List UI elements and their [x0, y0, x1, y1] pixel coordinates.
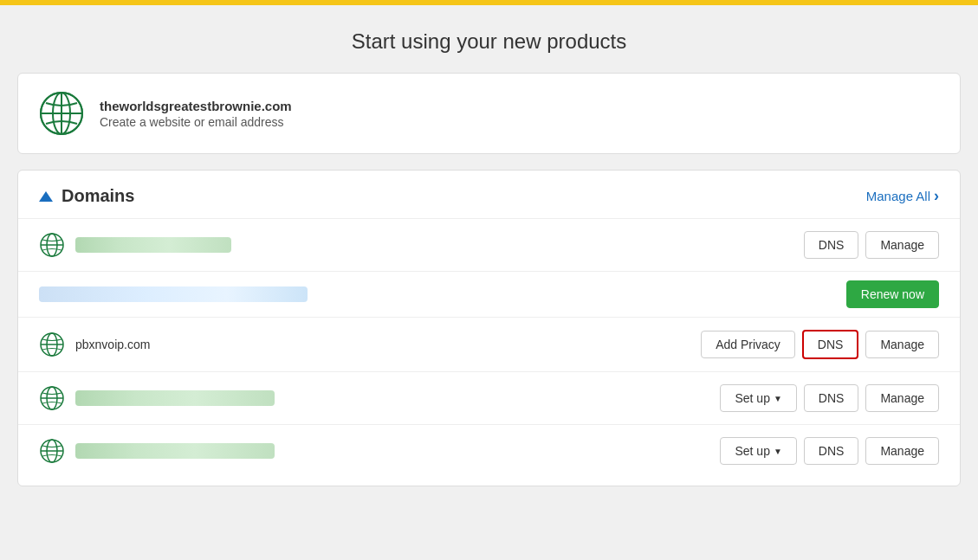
promo-text: theworldsgreatestbrownie.com Create a we…	[100, 99, 292, 129]
domain-icon-5	[39, 438, 65, 464]
manage-button-3[interactable]: Manage	[865, 331, 939, 358]
page-title: Start using your new products	[0, 5, 978, 73]
setup-button-5[interactable]: Set up ▼	[720, 437, 796, 465]
promo-card: theworldsgreatestbrownie.com Create a we…	[17, 73, 961, 154]
domain-name-blurred-4	[75, 390, 275, 406]
manage-button-5[interactable]: Manage	[865, 437, 939, 465]
manage-all-label: Manage All	[866, 189, 930, 203]
domain-row-1-left	[39, 232, 792, 258]
domain-row-3-left: pbxnvoip.com	[39, 331, 689, 357]
manage-all-link[interactable]: Manage All ›	[866, 187, 939, 205]
chevron-right-icon: ›	[934, 187, 939, 205]
domain-row-4-actions: Set up ▼ DNS Manage	[720, 384, 939, 412]
manage-button-1[interactable]: Manage	[865, 231, 939, 259]
setup-button-4[interactable]: Set up ▼	[720, 384, 796, 412]
domain-name-3: pbxnvoip.com	[75, 338, 150, 351]
domain-row-4: Set up ▼ DNS Manage	[18, 372, 960, 425]
domain-row-5-left	[39, 438, 708, 464]
promo-sub-text: Create a website or email address	[100, 115, 292, 129]
dns-button-4[interactable]: DNS	[804, 384, 859, 412]
dropdown-arrow-5: ▼	[774, 447, 782, 456]
domains-header: Domains Manage All ›	[18, 171, 960, 219]
domain-name-blurred-1	[75, 237, 231, 253]
domains-section: Domains Manage All › DNS Manage	[17, 170, 961, 486]
domain-icon-4	[39, 385, 65, 411]
dns-button-3-highlighted[interactable]: DNS	[802, 330, 859, 359]
domain-row-5: Set up ▼ DNS Manage	[18, 425, 960, 477]
domain-row-5-actions: Set up ▼ DNS Manage	[720, 437, 939, 465]
globe-icon	[39, 91, 84, 136]
renew-now-button[interactable]: Renew now	[846, 280, 939, 308]
domains-header-left: Domains	[39, 186, 134, 206]
domain-row-4-left	[39, 385, 708, 411]
collapse-icon[interactable]	[39, 191, 53, 202]
manage-button-4[interactable]: Manage	[865, 384, 939, 412]
domain-name-blurred-5	[75, 443, 275, 459]
dns-button-5[interactable]: DNS	[804, 437, 859, 465]
setup-label-4: Set up	[735, 391, 769, 405]
domain-row-1-actions: DNS Manage	[804, 231, 939, 259]
promo-domain-name: theworldsgreatestbrownie.com	[100, 99, 292, 113]
domain-row-3: pbxnvoip.com Add Privacy DNS Manage	[18, 318, 960, 372]
domain-icon-3	[39, 331, 65, 357]
domains-title: Domains	[62, 186, 134, 206]
domain-name-blurred-2	[39, 286, 308, 302]
dns-button-1[interactable]: DNS	[804, 231, 859, 259]
domain-row-3-actions: Add Privacy DNS Manage	[701, 330, 939, 359]
domain-row-2: Renew now	[18, 272, 960, 318]
dropdown-arrow-4: ▼	[774, 394, 782, 403]
add-privacy-button[interactable]: Add Privacy	[701, 331, 795, 358]
domain-icon-1	[39, 232, 65, 258]
domain-row-1: DNS Manage	[18, 219, 960, 272]
setup-label-5: Set up	[735, 444, 769, 458]
